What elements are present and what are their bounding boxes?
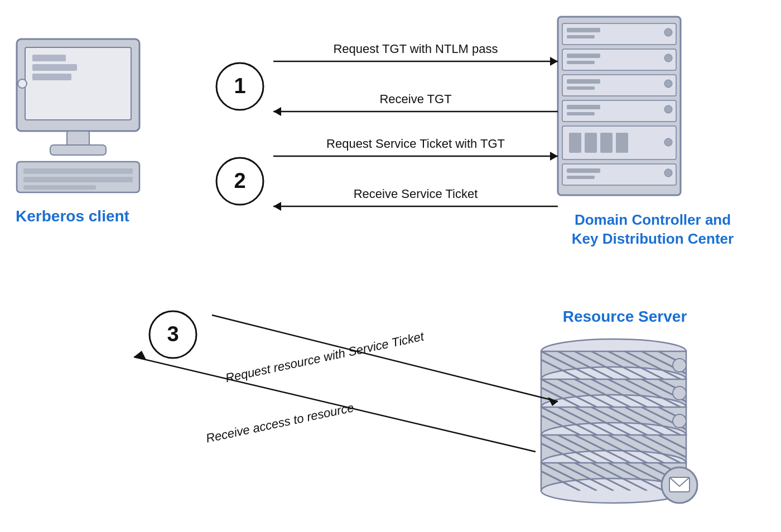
kerberos-client-icon — [17, 39, 139, 192]
svg-point-16 — [664, 28, 672, 36]
step3-request-label: Request resource with Service Ticket — [224, 329, 426, 385]
step2-request-label: Request Service Ticket with TGT — [326, 137, 505, 151]
svg-rect-37 — [567, 176, 595, 179]
svg-rect-4 — [32, 74, 71, 80]
svg-point-34 — [664, 138, 672, 146]
step3-request-arrow — [212, 315, 558, 402]
svg-point-24 — [664, 80, 672, 88]
svg-rect-14 — [567, 28, 600, 32]
step2-receive-label: Receive Service Ticket — [354, 187, 478, 201]
domain-controller-icon — [558, 17, 681, 195]
step3-label: 3 — [167, 322, 179, 346]
svg-rect-33 — [616, 133, 628, 153]
svg-rect-15 — [567, 35, 595, 38]
svg-rect-21 — [562, 75, 676, 96]
svg-point-38 — [664, 169, 672, 177]
diagram-container: 1 Request TGT with NTLM pass Receive TGT… — [0, 0, 781, 532]
step3-receive-label: Receive access to resource — [205, 400, 355, 446]
step1-label: 1 — [234, 74, 245, 98]
svg-point-5 — [18, 79, 27, 88]
svg-rect-17 — [562, 49, 676, 70]
svg-rect-35 — [562, 164, 676, 185]
svg-rect-32 — [600, 133, 613, 153]
svg-rect-30 — [569, 133, 581, 153]
svg-point-78 — [673, 414, 686, 428]
svg-rect-31 — [585, 133, 597, 153]
svg-point-20 — [664, 54, 672, 62]
resource-server-label: Resource Server — [547, 307, 703, 327]
svg-rect-7 — [50, 145, 106, 155]
step2-label: 2 — [234, 169, 245, 192]
svg-rect-19 — [567, 61, 595, 64]
svg-rect-13 — [562, 23, 676, 45]
step1-request-label: Request TGT with NTLM pass — [333, 42, 498, 56]
svg-rect-22 — [567, 79, 600, 84]
kerberos-client-label: Kerberos client — [11, 206, 134, 226]
svg-rect-2 — [32, 55, 66, 61]
svg-marker-106 — [273, 107, 281, 116]
svg-rect-10 — [23, 177, 133, 182]
svg-rect-11 — [23, 185, 96, 190]
svg-rect-26 — [567, 105, 600, 109]
svg-rect-9 — [23, 168, 133, 174]
step1-receive-label: Receive TGT — [379, 92, 451, 106]
svg-rect-27 — [567, 112, 595, 115]
resource-server-icon — [524, 339, 714, 503]
svg-point-65 — [673, 386, 686, 400]
svg-rect-3 — [32, 64, 77, 71]
svg-marker-107 — [550, 152, 558, 161]
svg-marker-108 — [273, 202, 281, 211]
svg-rect-18 — [567, 54, 600, 58]
svg-rect-25 — [562, 100, 676, 122]
domain-controller-label: Domain Controller andKey Distribution Ce… — [547, 211, 759, 249]
svg-point-52 — [673, 359, 686, 372]
svg-rect-36 — [567, 168, 600, 173]
svg-rect-23 — [567, 86, 595, 90]
svg-marker-105 — [550, 57, 558, 66]
svg-point-28 — [664, 105, 672, 113]
